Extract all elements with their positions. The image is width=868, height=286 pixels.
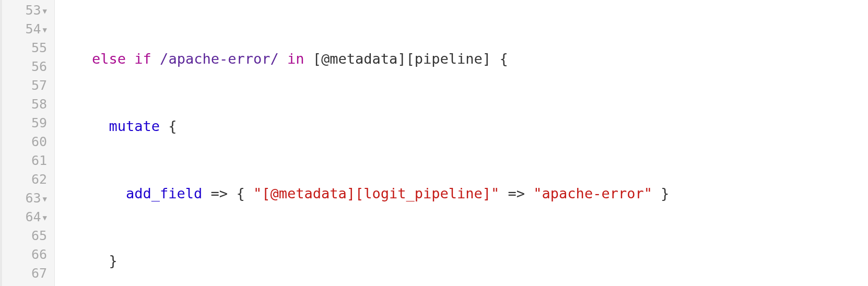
line-number[interactable]: 54▼ [2,20,54,39]
line-number[interactable]: 59 [2,114,54,133]
line-number[interactable]: 57 [2,76,54,95]
line-number[interactable]: 61 [2,151,54,170]
line-number[interactable]: 66 [2,245,54,264]
line-number[interactable]: 64▼ [2,208,54,227]
line-number[interactable]: 65 [2,227,54,245]
code-editor: 53▼ 54▼ 55 56 57 58 59 60 61 62 63▼ 64▼ … [0,0,868,286]
code-line[interactable]: mutate { [58,117,868,136]
line-number-gutter: 53▼ 54▼ 55 56 57 58 59 60 61 62 63▼ 64▼ … [0,0,54,286]
fold-icon[interactable]: ▼ [43,7,47,15]
line-number[interactable]: 62 [2,170,54,189]
fold-icon[interactable]: ▼ [43,195,47,203]
code-line[interactable]: } [58,252,868,270]
line-number[interactable]: 67 [2,264,54,283]
code-line[interactable]: else if /apache-error/ in [@metadata][pi… [58,50,868,68]
line-number[interactable]: 63▼ [2,189,54,208]
line-number[interactable]: 60 [2,133,54,151]
fold-icon[interactable]: ▼ [43,213,47,222]
fold-icon[interactable]: ▼ [43,26,47,34]
line-number[interactable]: 56 [2,57,54,76]
line-number[interactable]: 58 [2,95,54,114]
code-area[interactable]: else if /apache-error/ in [@metadata][pi… [54,0,868,286]
code-line[interactable]: add_field => { "[@metadata][logit_pipeli… [58,184,868,203]
line-number[interactable]: 53▼ [2,1,54,20]
line-number[interactable]: 55 [2,39,54,57]
